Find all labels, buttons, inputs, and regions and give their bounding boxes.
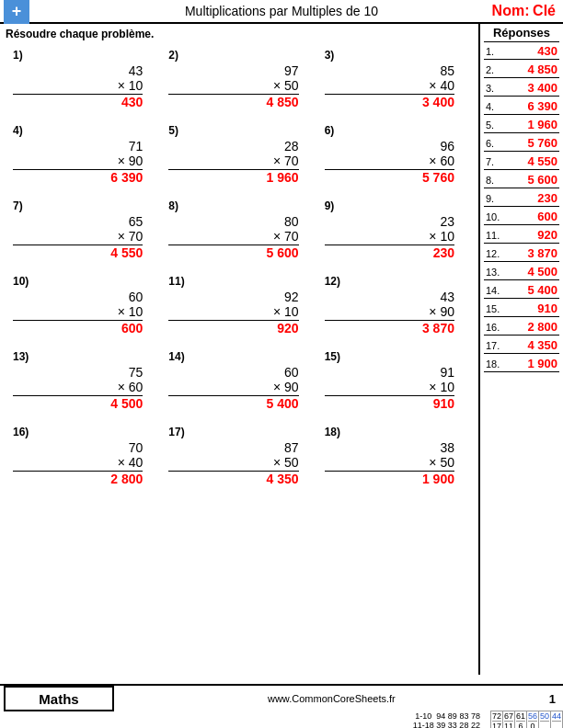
answer-row: 18. 1 900 [484, 356, 559, 372]
problem-math: 97 × 50 4 850 [168, 63, 309, 109]
answer-value: 1 960 [504, 118, 557, 131]
answer-value: 600 [504, 210, 557, 223]
answer-row: 9. 230 [484, 190, 559, 207]
answers-list: 1. 430 2. 4 850 3. 3 400 4. 6 390 5. 1 9… [484, 43, 559, 372]
problem-number: 15) [325, 350, 340, 363]
multiplicand: 92 [284, 290, 299, 304]
problem-math: 38 × 50 1 900 [325, 440, 465, 486]
answer-number: 2. [486, 64, 504, 75]
product: 430 [13, 95, 143, 109]
multiplicand: 97 [284, 63, 299, 78]
cle-label: Clé [533, 3, 556, 18]
product: 2 800 [13, 472, 143, 486]
answer-number: 12. [486, 248, 504, 259]
problem-cell: 11) 92 × 10 920 [161, 270, 316, 346]
problem-number: 1) [13, 49, 23, 62]
answer-number: 14. [486, 285, 504, 296]
problem-number: 18) [325, 426, 340, 438]
header: Multiplications par Multiples de 10 Nom:… [0, 0, 563, 24]
answer-number: 5. [486, 119, 504, 131]
answer-value: 3 400 [504, 81, 557, 95]
problem-number: 13) [13, 350, 29, 363]
problem-math: 23 × 10 230 [325, 214, 465, 260]
problem-number: 7) [13, 199, 23, 212]
product: 920 [168, 321, 298, 336]
product: 3 870 [325, 321, 454, 336]
stat-row1: 1-10 94 89 83 78 [413, 711, 485, 721]
footer-website: www.CommonCoreSheets.fr [114, 693, 549, 704]
multiplicand: 60 [129, 290, 144, 304]
answer-number: 8. [486, 175, 504, 186]
multiplier: × 50 [168, 78, 298, 95]
multiplicand: 91 [440, 365, 454, 380]
multiplicand: 75 [129, 365, 144, 380]
problem-math: 80 × 70 5 600 [168, 214, 309, 260]
product: 1 900 [325, 472, 454, 486]
problem-number: 2) [168, 49, 178, 62]
answer-row: 3. 3 400 [484, 80, 559, 97]
answer-number: 18. [486, 358, 504, 370]
multiplier: × 70 [13, 229, 143, 245]
multiplier: × 10 [168, 304, 298, 321]
problem-math: 75 × 60 4 500 [13, 365, 154, 411]
problems-grid: 1) 43 × 10 430 2) 97 × 50 4 850 3) 85 × … [6, 44, 473, 496]
multiplicand: 96 [440, 139, 454, 154]
problem-number: 17) [168, 426, 184, 438]
problem-cell: 18) 38 × 50 1 900 [317, 421, 473, 496]
problem-cell: 8) 80 × 70 5 600 [161, 195, 316, 270]
answer-number: 13. [486, 267, 504, 278]
answer-number: 17. [486, 340, 504, 351]
problem-number: 6) [325, 124, 335, 137]
answer-value: 5 600 [504, 173, 557, 187]
problem-math: 96 × 60 5 760 [325, 139, 465, 185]
multiplier: × 10 [13, 304, 143, 321]
stat-row2: 11-18 39 33 28 22 [413, 721, 485, 728]
problems-area: Résoudre chaque problème. 1) 43 × 10 430… [0, 24, 480, 675]
multiplicand: 70 [129, 440, 144, 455]
answer-number: 4. [486, 101, 504, 112]
product: 5 760 [325, 170, 454, 185]
problem-number: 9) [325, 199, 335, 212]
logo-icon [4, 0, 29, 24]
answer-row: 13. 4 500 [484, 264, 559, 280]
problem-math: 71 × 90 6 390 [13, 139, 154, 185]
multiplicand: 60 [284, 365, 299, 380]
product: 6 390 [13, 170, 143, 185]
multiplicand: 85 [440, 63, 454, 78]
answer-value: 6 390 [504, 99, 557, 113]
answer-value: 1 900 [504, 357, 557, 370]
answer-value: 920 [504, 228, 557, 242]
problem-cell: 9) 23 × 10 230 [317, 195, 473, 270]
answer-value: 5 400 [504, 283, 557, 297]
problem-math: 60 × 10 600 [13, 290, 154, 336]
problem-math: 91 × 10 910 [325, 365, 465, 411]
multiplicand: 43 [440, 290, 454, 304]
problem-cell: 2) 97 × 50 4 850 [161, 44, 316, 119]
product: 600 [13, 321, 143, 336]
answer-number: 11. [486, 230, 504, 241]
answer-row: 7. 4 550 [484, 154, 559, 170]
multiplicand: 23 [440, 214, 454, 229]
footer: Maths www.CommonCoreSheets.fr 1 1-10 94 … [0, 684, 563, 728]
multiplicand: 80 [284, 214, 299, 229]
page-title: Multiplications par Multiples de 10 [185, 4, 378, 18]
answer-number: 10. [486, 211, 504, 222]
answer-number: 3. [486, 83, 504, 94]
answer-row: 16. 2 800 [484, 319, 559, 336]
problem-math: 70 × 40 2 800 [13, 440, 154, 486]
answer-value: 4 550 [504, 154, 557, 168]
problem-cell: 13) 75 × 60 4 500 [6, 346, 161, 421]
problem-math: 28 × 70 1 960 [168, 139, 309, 185]
answer-row: 14. 5 400 [484, 282, 559, 299]
multiplier: × 90 [325, 304, 454, 321]
multiplier: × 50 [325, 455, 454, 472]
footer-page: 1 [549, 692, 556, 706]
answer-number: 7. [486, 156, 504, 167]
multiplier: × 50 [168, 455, 298, 472]
main-content: Résoudre chaque problème. 1) 43 × 10 430… [0, 24, 563, 675]
answer-row: 1. 430 [484, 43, 559, 60]
problem-cell: 17) 87 × 50 4 350 [161, 421, 316, 496]
multiplicand: 28 [284, 139, 299, 154]
answer-value: 4 350 [504, 338, 557, 352]
answer-row: 10. 600 [484, 209, 559, 225]
